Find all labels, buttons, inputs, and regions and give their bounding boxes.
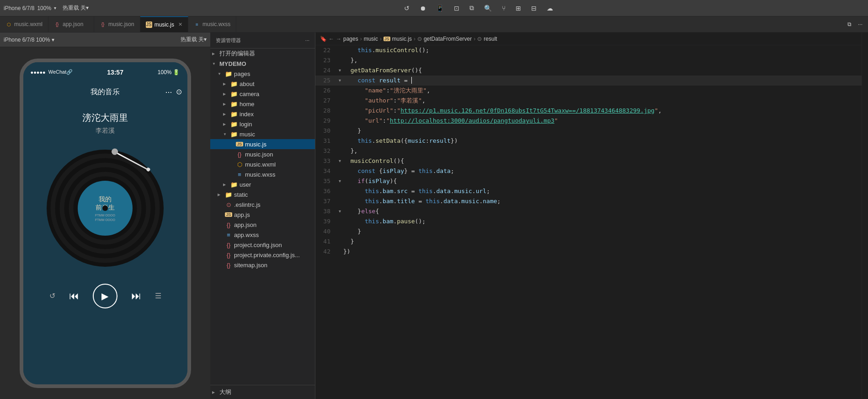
app-json-icon: {} (225, 221, 232, 228)
file-music-js[interactable]: JS music.js (210, 139, 315, 149)
project-root[interactable]: ▼ MYDEMO (210, 59, 315, 69)
more-tabs-button[interactable]: ··· (856, 20, 864, 28)
prev-button[interactable]: ⏮ (69, 290, 79, 302)
line-code-26[interactable]: "name":"滂沱大雨里", (343, 86, 862, 96)
line-code-39[interactable]: this.bam.pause(); (343, 216, 862, 226)
file-project-config[interactable]: {} project.config.json (210, 240, 315, 250)
nav-forward-button[interactable]: → (336, 36, 341, 42)
line-code-41[interactable]: } (343, 237, 862, 247)
song-title: 滂沱大雨里 (82, 112, 128, 124)
search-button[interactable]: 🔍 (482, 3, 494, 13)
playlist-button[interactable]: ☰ (155, 291, 161, 300)
line-fold-25[interactable]: ▾ (336, 75, 343, 86)
file-app-js[interactable]: JS app.js (210, 210, 315, 220)
line-fold-24[interactable]: ▾ (336, 65, 343, 75)
hotreload-label[interactable]: 热重载 关▾ (63, 4, 89, 12)
file-music-wxss[interactable]: ≡ music.wxss (210, 169, 315, 179)
home-label: home (240, 101, 255, 108)
phone-view-button[interactable]: 📱 (434, 3, 446, 13)
file-music-json[interactable]: {} music.json (210, 149, 315, 159)
line-code-28[interactable]: "picUrl":"https://p1.music.126.net/0fDn1… (343, 106, 862, 116)
line-code-36[interactable]: this.bam.src = this.data.music.url; (343, 186, 862, 196)
dots-menu-icon[interactable]: ··· (165, 87, 172, 97)
file-music-wxml[interactable]: ⬡ music.wxml (210, 159, 315, 169)
line-fold-33[interactable]: ▾ (336, 156, 343, 166)
code-line-36: 36 this.bam.src = this.data.music.url; (315, 186, 862, 196)
table-button[interactable]: ⊟ (529, 3, 538, 13)
line-num-30: 30 (315, 126, 336, 136)
line-code-27[interactable]: "author":"李若溪", (343, 96, 862, 106)
breadcrumb-music-folder[interactable]: music (364, 36, 378, 42)
line-code-33[interactable]: musicControl(){ (343, 156, 862, 166)
folder-pages[interactable]: ▼ 📁 pages (210, 69, 315, 79)
line-num-41: 41 (315, 237, 336, 247)
line-code-40[interactable]: } (343, 226, 862, 237)
folder-index[interactable]: ▶ 📁 index (210, 109, 315, 119)
vinyl-disc-svg: 我的 前半生 FTMM OOOO FTMM OOOO (46, 149, 165, 268)
line-code-30[interactable]: } (343, 126, 862, 136)
file-app-json[interactable]: {} app.json (210, 220, 315, 230)
folder-about[interactable]: ▶ 📁 about (210, 79, 315, 89)
camera-icon[interactable]: ⊙ (176, 87, 182, 97)
line-num-29: 29 (315, 116, 336, 126)
open-editors-section[interactable]: ▶ 打开的编辑器 (210, 49, 315, 59)
file-app-wxss[interactable]: ≡ app.wxss (210, 230, 315, 240)
file-project-private-config[interactable]: {} project.private.config.js... (210, 250, 315, 260)
static-label: static (234, 191, 248, 198)
folder-home[interactable]: ▶ 📁 home (210, 99, 315, 109)
breadcrumb-result[interactable]: result (484, 36, 497, 42)
repeat-button[interactable]: ↺ (49, 291, 55, 300)
line-code-42[interactable]: }) (343, 247, 862, 257)
split-editor-button[interactable]: ⧉ (846, 20, 853, 28)
play-button[interactable]: ▶ (93, 284, 117, 308)
record-button[interactable]: ⏺ (418, 3, 428, 13)
device-selector[interactable]: iPhone 6/7/8 100% ▾ 热重载 关▾ (4, 4, 89, 12)
line-code-22[interactable]: this.musicControl(); (343, 45, 862, 55)
tab-music-wxss[interactable]: ≡ music.wxss (188, 16, 236, 32)
zoom-dropdown-icon[interactable]: ▾ (54, 5, 56, 11)
line-fold-38[interactable]: ▾ (336, 206, 343, 216)
line-code-25[interactable]: const result = ​ (343, 75, 862, 86)
branch-button[interactable]: ⑂ (500, 3, 507, 13)
line-code-34[interactable]: const {isPlay} = this.data; (343, 166, 862, 176)
line-code-23[interactable]: }, (343, 55, 862, 65)
line-code-32[interactable]: }, (343, 146, 862, 156)
next-button[interactable]: ⏭ (131, 290, 141, 302)
folder-login[interactable]: ▶ 📁 login (210, 119, 315, 129)
file-eslintrc[interactable]: ⊙ .eslintrc.js (210, 200, 315, 210)
line-code-29[interactable]: "url":"http://localhost:3000/audios/pang… (343, 116, 862, 126)
breadcrumb-music-js[interactable]: music.js (392, 36, 412, 42)
line-code-38[interactable]: }else{ (343, 206, 862, 216)
folder-static[interactable]: ▶ 📁 static (210, 189, 315, 200)
outline-section[interactable]: ▶ 大纲 (210, 387, 315, 397)
nav-back-button[interactable]: ← (329, 36, 334, 42)
cloud-button[interactable]: ☁ (545, 3, 555, 13)
window-view-button[interactable]: ⊡ (452, 3, 461, 13)
explorer-menu-icon[interactable]: ··· (305, 38, 309, 43)
breadcrumb-pages[interactable]: pages (343, 36, 358, 42)
line-code-37[interactable]: this.bam.title = this.data.music.name; (343, 196, 862, 206)
tab-close-icon[interactable]: ✕ (178, 22, 182, 27)
grid-button[interactable]: ⊞ (514, 3, 523, 13)
line-fold-40 (336, 226, 343, 237)
breadcrumb-bar: 🔖 ← → pages › music › JS music.js › ⊙ ge… (315, 32, 862, 45)
line-code-31[interactable]: this.setData({music:result}) (343, 136, 862, 146)
tab-label: music.wxss (202, 21, 230, 27)
copy-button[interactable]: ⧉ (468, 3, 476, 13)
refresh-button[interactable]: ↺ (402, 3, 411, 13)
line-fold-35[interactable]: ▾ (336, 176, 343, 186)
user-folder-icon: 📁 (230, 181, 238, 188)
folder-music[interactable]: ▼ 📁 music (210, 129, 315, 139)
tab-music-js[interactable]: JS music.js ✕ (140, 16, 188, 32)
file-sitemap[interactable]: {} sitemap.json (210, 260, 315, 270)
code-editor-area[interactable]: 22 this.musicControl(); 23 }, 24 ▾ (315, 45, 862, 399)
line-num-24: 24 (315, 65, 336, 75)
folder-user[interactable]: ▶ 📁 user (210, 179, 315, 189)
folder-camera[interactable]: ▶ 📁 camera (210, 89, 315, 99)
breadcrumb-get-data[interactable]: getDataFromServer (424, 36, 472, 42)
line-code-35[interactable]: if(isPlay){ (343, 176, 862, 186)
line-code-24[interactable]: getDataFromServer(){ (343, 65, 862, 75)
tab-music-wxml[interactable]: ⬡ music.wxml (0, 16, 48, 32)
tab-app-json[interactable]: {} app.json (48, 16, 94, 32)
tab-music-json[interactable]: {} music.json (94, 16, 140, 32)
